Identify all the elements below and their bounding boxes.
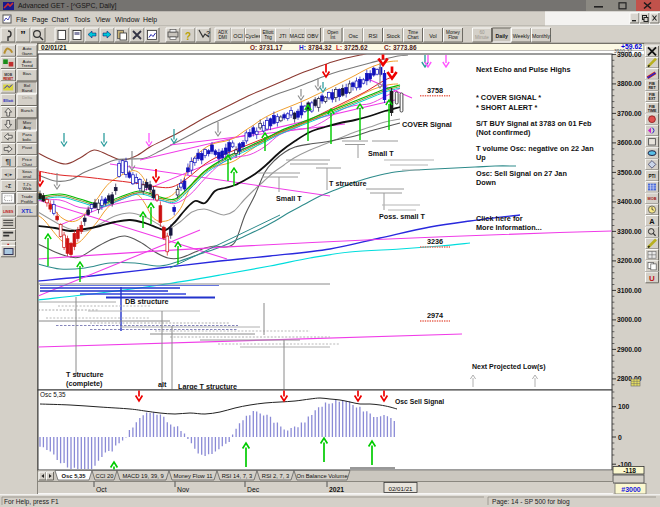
svg-text:3784.32: 3784.32 (308, 44, 332, 51)
svg-text:L:: L: (336, 44, 342, 51)
svg-text:Money Flow 11: Money Flow 11 (174, 473, 213, 479)
svg-text:Clust: Clust (22, 162, 33, 167)
svg-text:Down: Down (476, 178, 496, 187)
svg-text:Next Echo and Pulse Highs: Next Echo and Pulse Highs (476, 65, 570, 74)
svg-text:RSI 2, 7, 3: RSI 2, 7, 3 (262, 473, 289, 479)
svg-text:MACD 19, 39, 9: MACD 19, 39, 9 (122, 473, 163, 479)
svg-text:Pivot: Pivot (22, 145, 33, 150)
svg-text:Bunch: Bunch (21, 108, 34, 113)
svg-text:DMI: DMI (219, 35, 227, 40)
svg-text:Osc Sell Signal: Osc Sell Signal (395, 398, 444, 406)
svg-text:Click here for: Click here for (476, 214, 523, 223)
svg-text:onal: onal (23, 174, 31, 179)
svg-text:JTI: JTI (279, 33, 287, 39)
svg-text:OCI: OCI (233, 33, 243, 39)
svg-text:Delta: Delta (22, 95, 33, 100)
svg-text:XTL: XTL (21, 208, 33, 214)
svg-text:O:: O: (250, 44, 257, 51)
svg-text:H:: H: (299, 44, 306, 51)
svg-text:Osc 5,35: Osc 5,35 (62, 473, 87, 479)
svg-text:Elliott: Elliott (3, 99, 14, 103)
svg-text:Dec: Dec (247, 486, 260, 493)
svg-text:÷Σ: ÷Σ (5, 183, 12, 189)
svg-text:RSI: RSI (369, 33, 378, 39)
svg-text:alt: alt (158, 380, 167, 389)
svg-text:A: A (649, 217, 655, 226)
svg-text:On Balance Volume: On Balance Volume (296, 473, 347, 479)
svg-text:3773.86: 3773.86 (393, 44, 417, 51)
svg-text:2974: 2974 (427, 311, 444, 320)
svg-text:Weekly: Weekly (513, 33, 530, 39)
svg-text:U: U (649, 274, 655, 283)
svg-text:Trend: Trend (21, 63, 33, 68)
svg-text:?: ? (206, 30, 210, 37)
svg-text:Tools: Tools (74, 16, 91, 23)
svg-text:Poss. small T: Poss. small T (379, 212, 426, 221)
svg-text:For Help, press F1: For Help, press F1 (4, 498, 59, 506)
svg-text:Avg: Avg (23, 125, 31, 130)
svg-text:02/01/21: 02/01/21 (41, 44, 67, 51)
svg-text:Next Projected Low(s): Next Projected Low(s) (472, 363, 546, 371)
svg-text:3400.00: 3400.00 (617, 198, 642, 205)
svg-text:Gann: Gann (22, 51, 33, 56)
svg-text:3725.62: 3725.62 (344, 44, 368, 51)
svg-text:3700.00: 3700.00 (617, 110, 642, 117)
svg-text:Minute: Minute (475, 35, 489, 40)
svg-text:View: View (96, 16, 111, 23)
svg-text:EXT: EXT (649, 97, 657, 101)
svg-text:-118: -118 (623, 467, 636, 474)
svg-text:MACD: MACD (290, 33, 306, 39)
svg-text:T volume Osc: negative on 22 J: T volume Osc: negative on 22 Jan (476, 144, 594, 153)
svg-text:Osc: Osc (348, 33, 358, 39)
svg-text:T structure: T structure (329, 179, 367, 188)
svg-text:LINES: LINES (3, 210, 14, 214)
svg-text:Flow: Flow (448, 35, 458, 40)
svg-text:PTI: PTI (648, 174, 655, 179)
svg-text:MOB: MOB (648, 197, 657, 201)
svg-text:Trig: Trig (264, 35, 272, 40)
svg-text:0: 0 (618, 434, 622, 441)
svg-text:”: ” (20, 29, 26, 41)
svg-text:3731.17: 3731.17 (259, 44, 283, 51)
svg-text:Web: Web (23, 186, 33, 191)
svg-text:(Not confirmed): (Not confirmed) (476, 128, 531, 137)
svg-text:100: 100 (618, 403, 630, 410)
svg-text:Bias: Bias (23, 71, 32, 76)
svg-text:Monthly: Monthly (532, 33, 551, 39)
svg-text:RET: RET (648, 86, 656, 90)
svg-text:3758: 3758 (427, 86, 443, 95)
svg-text:Int: Int (330, 35, 336, 40)
svg-text:Cycles: Cycles (245, 33, 261, 39)
svg-text:3100.00: 3100.00 (617, 287, 642, 294)
svg-text:COVER Signal: COVER Signal (402, 120, 452, 129)
svg-text:#3000: #3000 (621, 486, 641, 493)
svg-text:Chart: Chart (52, 16, 69, 23)
svg-text:3500.00: 3500.00 (617, 169, 642, 176)
svg-text:¶|: ¶| (5, 158, 11, 166)
svg-text:Osc: Sell Signal on 27 Jan: Osc: Sell Signal on 27 Jan (476, 169, 567, 178)
svg-text:Advanced GET - [^GSPC, Daily]: Advanced GET - [^GSPC, Daily] (18, 2, 117, 10)
svg-text:(complete): (complete) (66, 379, 103, 388)
svg-text:More Information...: More Information... (476, 223, 542, 232)
svg-text:3200.00: 3200.00 (617, 257, 642, 264)
svg-text:Daily: Daily (496, 33, 509, 39)
svg-text:C:: C: (384, 44, 391, 51)
svg-text:File: File (16, 16, 27, 23)
svg-text:Oct: Oct (96, 486, 107, 493)
svg-text:3900.00: 3900.00 (617, 51, 642, 58)
svg-text:OBV: OBV (307, 33, 319, 39)
svg-text:2900.00: 2900.00 (617, 346, 642, 353)
svg-text:RSI 14, 7, 3: RSI 14, 7, 3 (222, 473, 253, 479)
svg-text:* SHORT ALERT *: * SHORT ALERT * (476, 103, 538, 112)
svg-text:Stock: Stock (387, 33, 401, 39)
svg-text:T structure: T structure (66, 370, 104, 379)
svg-text:Large T structure: Large T structure (178, 382, 237, 391)
svg-text:?: ? (185, 31, 191, 42)
svg-text:TIME: TIME (648, 109, 657, 113)
svg-text:2021: 2021 (329, 486, 344, 493)
svg-text:3800.00: 3800.00 (617, 80, 642, 87)
svg-text:Small T: Small T (276, 194, 302, 203)
svg-text:Small T: Small T (368, 149, 394, 158)
svg-text:Chart: Chart (407, 35, 419, 40)
svg-text:Band: Band (22, 88, 33, 93)
